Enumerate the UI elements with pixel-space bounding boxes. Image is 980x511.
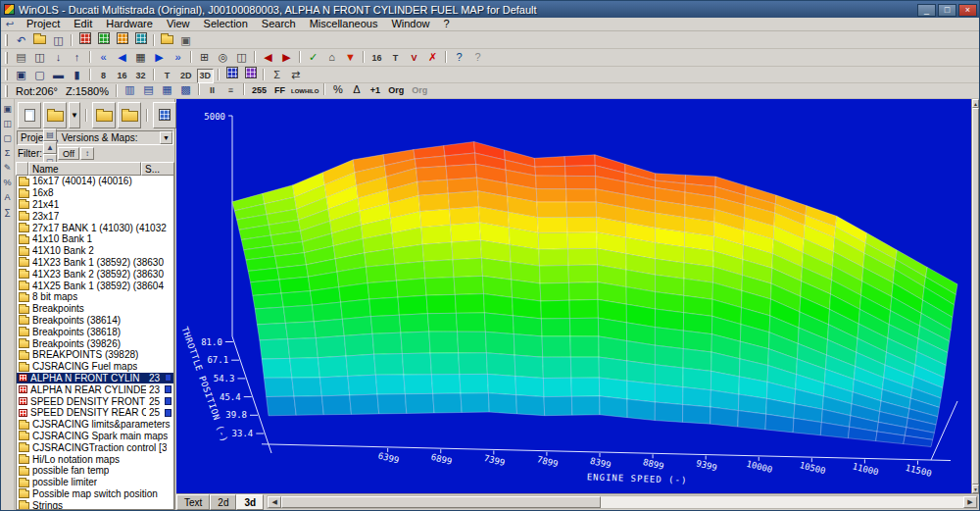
tree-item[interactable]: 16x17 (40014) (40016) [17, 176, 173, 187]
original-icon[interactable]: Org [385, 83, 407, 98]
zoom-icon[interactable]: ◎ [215, 50, 231, 65]
bar-view-icon[interactable]: ▥ [122, 82, 138, 97]
tab-3d[interactable]: 3d [236, 494, 264, 510]
open-folder-icon[interactable] [31, 31, 48, 46]
map-red-icon[interactable] [76, 31, 93, 46]
delete-icon[interactable]: ✗ [424, 50, 441, 65]
tree-item[interactable]: 8 bit maps [17, 291, 173, 303]
tree-item[interactable]: SPEED DENSITY REAR CYL25 [17, 407, 173, 419]
find-map-icon[interactable]: ⊞ [196, 50, 213, 65]
shade-view-icon[interactable]: ▩ [177, 82, 194, 97]
map-sheet-icon[interactable]: ▦ [132, 50, 149, 65]
tab-text[interactable]: Text [176, 494, 210, 510]
select-table-icon[interactable]: ▣ [13, 68, 29, 82]
tree-item[interactable]: Breakpoints (39826) [17, 337, 173, 349]
window-cascade-icon[interactable]: ▣ [177, 33, 194, 48]
open-recent-icon[interactable]: ▼ [69, 102, 80, 128]
tree-item[interactable]: Breakpoints [17, 303, 173, 315]
context-help-icon[interactable]: ? [469, 50, 486, 65]
percent-icon[interactable]: % [329, 82, 346, 97]
tree-item[interactable]: possible fan temp [17, 465, 173, 477]
tree-item[interactable]: 16x8 [17, 187, 173, 199]
select-column-icon[interactable]: ▮ [69, 68, 85, 82]
delta-icon[interactable]: Δ [348, 82, 365, 97]
filter-off-button[interactable]: Off [58, 147, 79, 160]
map-teal-icon[interactable] [132, 31, 149, 46]
apply-check-icon[interactable]: ✓ [305, 50, 321, 65]
back-icon[interactable]: ↶ [13, 33, 29, 48]
edit-icon[interactable]: ✎ [2, 161, 14, 174]
save-all-icon[interactable]: ◫ [50, 33, 67, 48]
save-icon[interactable]: ◫ [31, 50, 48, 65]
scroll-right-icon[interactable]: ▶ [963, 496, 977, 508]
map-blue-icon[interactable] [223, 66, 240, 80]
tree-item[interactable]: SPEED DENSITY FRONT C25 [17, 395, 173, 407]
help-icon[interactable]: ? [451, 50, 467, 65]
filter-sort-button[interactable]: ↕ [80, 147, 94, 160]
tree-item[interactable]: ALPHA N REAR CYLINDER23 [17, 383, 173, 395]
tree-item[interactable]: ALPHA N FRONT CYLIN23 [17, 373, 173, 384]
bits-32-icon[interactable]: 32 [132, 69, 149, 83]
print-icon[interactable]: ▤ [13, 50, 29, 65]
menu-miscellaneous[interactable]: Miscellaneous [303, 18, 385, 30]
select-range-icon[interactable]: ▢ [31, 68, 48, 82]
minimize-button[interactable]: _ [917, 4, 936, 17]
toolbar-grip[interactable] [5, 52, 8, 64]
tree-item[interactable]: Strings [17, 499, 173, 510]
close-view-icon[interactable]: ▣ [2, 102, 14, 115]
tree-item[interactable]: Breakpoints (38614) [17, 315, 173, 327]
tree-item[interactable]: CJSRACING Fuel maps [17, 361, 173, 373]
import-project-icon[interactable] [92, 102, 116, 128]
tree-item[interactable]: 41X25 Bank 1 (38592) (38604 [17, 280, 173, 291]
maximize-button[interactable]: □ [938, 4, 956, 17]
menu-window[interactable]: Window [384, 18, 436, 30]
scroll-left-icon[interactable]: ◀ [268, 496, 281, 508]
menu-help[interactable]: ? [437, 18, 457, 30]
tree-item[interactable]: possible limiter [17, 477, 173, 488]
menu-selection[interactable]: Selection [197, 18, 255, 30]
tree-item[interactable]: 41x10 Bank 1 [17, 233, 173, 245]
menu-project[interactable]: Project [20, 18, 67, 30]
tree-item[interactable]: 41X23 Bank 1 (38592) (38630 [17, 257, 173, 269]
toolbar-grip[interactable] [5, 34, 8, 46]
tree-item[interactable]: 41X23 Bank 2 (38592) (38630 [17, 268, 173, 280]
tree-item[interactable]: Breakpoints (38618) [17, 326, 173, 337]
filter-funnel-icon[interactable]: ▼ [342, 50, 359, 65]
view-text-icon[interactable]: T [159, 69, 175, 83]
tree-item[interactable]: CJSRACING Spark main maps [17, 431, 173, 442]
new-project-icon[interactable] [18, 102, 41, 128]
sigma-strip-icon[interactable]: Σ [2, 146, 14, 159]
column-view-icon[interactable]: ▤ [140, 82, 157, 97]
tab-2d[interactable]: 2d [210, 494, 236, 510]
tree-item[interactable]: CJSRACINGTraction control [3 [17, 441, 173, 453]
next-map-icon[interactable]: ▶ [151, 50, 168, 65]
low-hilo-icon[interactable]: LOWHILO [290, 84, 319, 99]
scroll-up-icon[interactable]: ▲ [972, 99, 979, 108]
map-green-icon[interactable] [95, 31, 112, 46]
scroll-track[interactable] [601, 496, 963, 508]
maps-list-icon[interactable] [153, 102, 176, 128]
prev-diff-icon[interactable]: ◀ [260, 50, 276, 65]
tree-item[interactable]: Possible map switch position [17, 488, 173, 500]
sum-icon[interactable]: ∑ [2, 205, 14, 218]
plus-one-icon[interactable]: +1 [367, 83, 383, 98]
text-a-icon[interactable]: A [2, 190, 14, 203]
combo-dropdown-icon[interactable]: ▼ [160, 131, 172, 144]
surface-plot[interactable]: 500081.067.154.345.439.833.4639968997399… [176, 99, 966, 493]
tree-mode-combo[interactable]: Projects, Versions & Maps: ▼ [17, 130, 173, 145]
first-map-icon[interactable]: « [95, 50, 112, 65]
bits-8-icon[interactable]: 8 [95, 69, 112, 83]
view-3d-icon[interactable]: 3D [197, 69, 215, 83]
horizontal-scrollbar[interactable]: ◀ ▶ [267, 495, 978, 509]
tree-column-name-header[interactable]: Name [28, 162, 141, 176]
menu-hardware[interactable]: Hardware [99, 18, 160, 30]
narrow-columns-icon[interactable]: II [204, 83, 220, 98]
tree-item[interactable]: Hi/Lo notation maps [17, 453, 173, 465]
tree-item[interactable]: 41X10 Bank 2 [17, 245, 173, 257]
scroll-down-icon[interactable]: ▼ [972, 485, 979, 493]
tree-item[interactable]: BREAKPOINTS (39828) [17, 349, 173, 361]
open-project-icon[interactable] [43, 102, 67, 128]
value-mode-icon[interactable]: V [406, 51, 422, 66]
next-diff-icon[interactable]: ▶ [278, 50, 295, 65]
tree-column-icon-header[interactable] [16, 162, 28, 176]
